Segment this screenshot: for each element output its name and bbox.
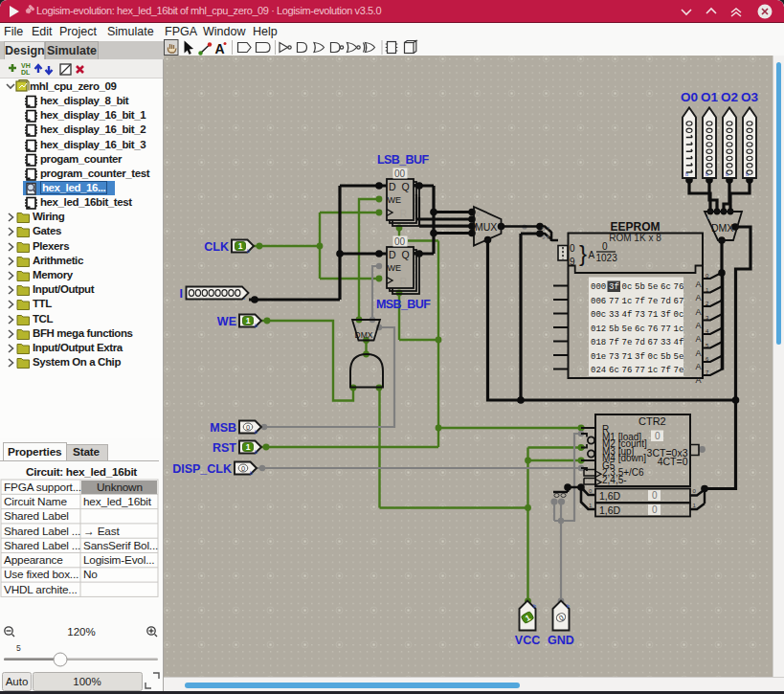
svg-text:b: b <box>567 603 570 609</box>
svg-text:Shared Label ...: Shared Label ... <box>4 539 80 552</box>
svg-text:b: b <box>685 171 688 177</box>
svg-text:RST: RST <box>213 441 236 455</box>
svg-text:0187f7e7d67334f: 0187f7e7d67334f <box>591 338 683 347</box>
svg-text:00: 00 <box>394 236 406 247</box>
svg-text:1,6D: 1,6D <box>599 504 621 516</box>
svg-text:WE: WE <box>388 263 402 273</box>
svg-text:006771c7f7e7d67: 006771c7f7e7d67 <box>591 297 683 306</box>
svg-text:Circuit: hex_led_16bit: Circuit: hex_led_16bit <box>26 465 137 479</box>
svg-text:EEPROM: EEPROM <box>610 220 660 234</box>
svg-text:0125b5e6c76771c: 0125b5e6c76771c <box>591 325 683 334</box>
svg-text:R: R <box>400 208 408 219</box>
svg-text:1,6D: 1,6D <box>599 490 621 502</box>
svg-text:b: b <box>250 470 253 476</box>
svg-text:100%: 100% <box>73 676 101 687</box>
svg-text:A: A <box>696 334 702 344</box>
svg-text:00: 00 <box>394 168 406 179</box>
svg-text:R: R <box>400 276 408 287</box>
svg-text:Shared Label: Shared Label <box>4 509 69 523</box>
svg-text:Q: Q <box>402 249 410 260</box>
svg-text:9: 9 <box>570 257 575 267</box>
svg-text:0: 0 <box>570 243 575 254</box>
svg-text:D: D <box>389 181 396 192</box>
svg-text:MSB: MSB <box>210 421 236 435</box>
svg-text:DMX: DMX <box>711 222 733 234</box>
svg-text:O2: O2 <box>721 90 738 104</box>
svg-text:0: 0 <box>477 211 481 217</box>
svg-text:Use fixed box...: Use fixed box... <box>4 568 78 581</box>
svg-text:MUX: MUX <box>475 221 497 233</box>
svg-text:b: b <box>533 603 536 609</box>
svg-text:FPGA support...: FPGA support... <box>4 481 81 494</box>
svg-text:Unknown: Unknown <box>97 481 143 494</box>
svg-text:SansSerif Bol...: SansSerif Bol... <box>83 539 158 552</box>
svg-text:2,4,5-: 2,4,5- <box>602 475 627 485</box>
svg-text:0: 0 <box>355 322 359 328</box>
svg-text:0: 0 <box>655 431 661 441</box>
svg-text:ROM 1K x 8: ROM 1K x 8 <box>609 233 661 243</box>
svg-text:1023: 1023 <box>596 253 618 263</box>
svg-text:0246c76771c7f7e: 0246c76771c7f7e <box>591 366 683 375</box>
svg-text:LSB_BUF: LSB_BUF <box>377 153 429 167</box>
svg-text:O3: O3 <box>741 90 759 104</box>
svg-text:MSB_BUF: MSB_BUF <box>376 298 431 311</box>
svg-text:0: 0 <box>652 490 658 501</box>
svg-text:b: b <box>255 429 258 435</box>
svg-text:O0: O0 <box>681 90 698 104</box>
svg-text:Shared Label ...: Shared Label ... <box>4 525 80 538</box>
svg-text:5: 5 <box>16 643 21 653</box>
svg-text:A: A <box>589 250 595 260</box>
svg-text:A: A <box>696 321 702 330</box>
svg-text:VCC: VCC <box>515 634 540 647</box>
svg-text:0003f0c5b5e6c76: 0003f0c5b5e6c76 <box>591 282 683 292</box>
svg-text:I: I <box>180 287 183 301</box>
svg-text:b: b <box>706 171 708 177</box>
svg-text:b: b <box>726 171 728 177</box>
svg-text:→ East: → East <box>83 525 120 538</box>
svg-text:State: State <box>73 445 100 459</box>
svg-text:No: No <box>83 568 98 581</box>
svg-text:A: A <box>696 375 702 385</box>
svg-text:0: 0 <box>652 504 658 515</box>
svg-text:CLK: CLK <box>204 240 229 254</box>
svg-text:D: D <box>389 249 396 260</box>
svg-text:01e73713f0c5b5e: 01e73713f0c5b5e <box>591 352 683 362</box>
svg-text:CTR2: CTR2 <box>638 415 666 427</box>
svg-text:9-8: 9-8 <box>542 235 549 240</box>
svg-text:Logisim-Evol...: Logisim-Evol... <box>83 553 154 567</box>
svg-text:0: 0 <box>707 213 711 220</box>
svg-text:O1: O1 <box>701 90 719 104</box>
svg-text:VH: VH <box>21 62 31 69</box>
svg-text:A: A <box>696 293 702 302</box>
svg-text:A: A <box>696 307 702 317</box>
svg-text:}: } <box>579 240 587 266</box>
svg-text:DL: DL <box>21 69 31 76</box>
svg-text:A: A <box>696 348 702 358</box>
svg-text:DMX: DMX <box>355 330 373 340</box>
svg-text:A: A <box>696 280 702 289</box>
svg-text:A: A <box>215 41 225 56</box>
svg-text:120%: 120% <box>67 626 95 638</box>
svg-text:VHDL archite...: VHDL archite... <box>4 583 78 596</box>
svg-text:hex_led_16bit: hex_led_16bit <box>83 495 152 508</box>
svg-text:GND: GND <box>548 634 574 647</box>
svg-text:b: b <box>746 171 749 177</box>
svg-text:b: b <box>247 248 250 254</box>
svg-text:0-7: 0-7 <box>542 226 549 232</box>
svg-text:Auto: Auto <box>6 676 29 687</box>
svg-text:Circuit Name: Circuit Name <box>4 495 67 508</box>
svg-text:b: b <box>255 449 258 455</box>
svg-text:Properties: Properties <box>8 445 62 459</box>
svg-text:00c334f73713f0c: 00c334f73713f0c <box>591 310 683 320</box>
svg-text:0: 0 <box>602 241 608 252</box>
svg-text:Q: Q <box>402 181 410 192</box>
svg-text:DISP_CLK: DISP_CLK <box>172 462 232 476</box>
svg-text:4CT=0: 4CT=0 <box>658 456 688 467</box>
svg-text:WE: WE <box>217 315 236 328</box>
svg-text:WE: WE <box>388 195 402 205</box>
svg-text:Appearance: Appearance <box>4 553 63 567</box>
svg-text:A: A <box>696 362 702 371</box>
svg-text:b: b <box>255 323 258 328</box>
